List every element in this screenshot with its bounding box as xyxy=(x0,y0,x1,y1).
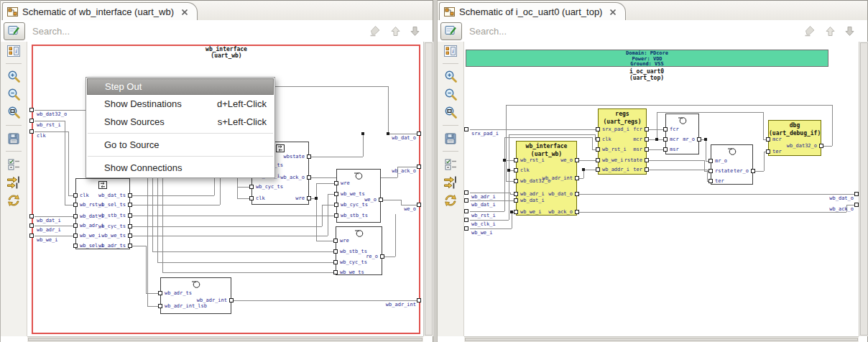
menu-item-label: Show Destinations xyxy=(104,98,182,109)
search-options-button[interactable] xyxy=(4,22,25,40)
port-stub xyxy=(464,218,468,222)
port-stub xyxy=(514,210,518,214)
edge-port-label: wb_rst_i xyxy=(37,122,61,128)
wire xyxy=(34,131,68,132)
wire-junction xyxy=(704,138,707,141)
vertical-scrollbar[interactable] xyxy=(859,42,868,336)
vertical-scrollbar[interactable] xyxy=(423,42,433,336)
port-label: wb_we_ts xyxy=(341,191,365,197)
edge-port-label: wb_dat_i xyxy=(471,202,496,208)
port-stub xyxy=(128,244,132,248)
port-stub xyxy=(333,239,338,243)
scrollbar-thumb[interactable] xyxy=(425,42,433,336)
wire xyxy=(397,167,419,167)
save-button[interactable] xyxy=(438,129,463,147)
port-stub xyxy=(819,144,823,148)
port-label: msr xyxy=(670,147,679,152)
port-stub xyxy=(708,159,713,163)
port-label: ter xyxy=(772,149,782,154)
wire xyxy=(162,171,163,272)
search-options-button[interactable] xyxy=(440,22,462,40)
schematic-icon xyxy=(444,7,455,17)
scrollbar-thumb[interactable] xyxy=(860,42,868,336)
port-stub xyxy=(514,198,518,203)
save-button[interactable] xyxy=(1,129,27,147)
port-stub xyxy=(380,254,384,259)
zoom-in-button[interactable] xyxy=(1,68,27,86)
zoom-out-button[interactable] xyxy=(1,86,27,103)
wire xyxy=(381,200,401,200)
zoom-out-button[interactable] xyxy=(438,86,463,103)
edge-port-label: we_o xyxy=(404,206,416,212)
menu-separator xyxy=(88,133,273,134)
port-stub xyxy=(575,192,579,196)
zoom-in-button[interactable] xyxy=(438,68,463,86)
clear-highlights-icon[interactable] xyxy=(369,25,381,37)
port-label: wre xyxy=(254,195,305,201)
search-previous-icon[interactable] xyxy=(391,26,400,37)
menu-item-step-out[interactable]: Step Out xyxy=(87,78,274,95)
options-button[interactable] xyxy=(1,155,27,173)
search-input[interactable] xyxy=(468,25,803,37)
wire xyxy=(274,86,388,87)
search-bar xyxy=(438,20,867,42)
power-domain-banner: Domain: PDcorePower: VDDGround: VSS xyxy=(466,50,828,67)
menu-item-shortcut: d+Left-Click xyxy=(217,98,267,109)
close-icon[interactable] xyxy=(181,9,188,16)
port-stub xyxy=(514,158,518,162)
step-into-button[interactable] xyxy=(438,173,463,191)
scrollbar-thumb[interactable] xyxy=(465,338,858,341)
scrollbar-thumb[interactable] xyxy=(28,338,423,341)
wire xyxy=(130,246,146,246)
search-previous-icon[interactable] xyxy=(826,26,835,37)
tab-title: Schematic of wb_interface (uart_wb) xyxy=(22,6,174,17)
block-title: (uart_debug_if) xyxy=(769,130,821,137)
port-stub xyxy=(128,193,132,198)
wire xyxy=(322,205,323,226)
zoom-fit-button[interactable] xyxy=(438,103,463,121)
port-stub xyxy=(464,190,468,195)
menu-item-show-connections[interactable]: Show Connections xyxy=(87,159,274,177)
horizontal-scrollbar[interactable] xyxy=(464,336,859,342)
schematic-canvas[interactable]: Domain: PDcorePower: VDDGround: VSSi_oc_… xyxy=(464,42,859,336)
clear-highlights-icon[interactable] xyxy=(803,25,816,37)
port-stub xyxy=(249,196,254,200)
wire xyxy=(130,195,214,196)
menu-item-label: Step Out xyxy=(105,81,142,92)
port-label: wb_adr_int xyxy=(177,297,227,303)
options-button[interactable] xyxy=(438,155,463,173)
wire xyxy=(130,236,328,236)
refresh-button[interactable] xyxy=(1,191,27,209)
refresh-button[interactable] xyxy=(438,191,463,209)
search-next-icon[interactable] xyxy=(410,26,420,37)
horizontal-scrollbar[interactable] xyxy=(27,336,423,342)
edge-port-label: wb_dat_i xyxy=(37,218,61,223)
properties-button[interactable]: i xyxy=(438,42,463,60)
wire xyxy=(231,300,419,301)
menu-item-show-sources[interactable]: Show Sourcess+Left-Click xyxy=(87,113,274,131)
tab-schematic-i-oc-uart0[interactable]: Schematic of i_oc_uart0 (uart_top) xyxy=(439,2,626,21)
wire xyxy=(506,105,832,106)
port-label: wb_dat_o xyxy=(522,191,573,197)
edge-port-label: wb_dat_o xyxy=(392,135,416,141)
menu-item-show-destinations[interactable]: Show Destinationsd+Left-Click xyxy=(87,95,274,113)
wire xyxy=(130,226,322,227)
search-input[interactable] xyxy=(31,25,369,37)
step-into-button[interactable] xyxy=(1,173,27,191)
port-stub xyxy=(464,209,468,213)
properties-button[interactable]: i xyxy=(1,42,27,60)
search-next-icon[interactable] xyxy=(845,26,854,37)
close-icon[interactable] xyxy=(609,9,617,16)
block-title: (uart_wb) xyxy=(517,151,576,157)
wire xyxy=(316,198,317,241)
port-stub xyxy=(751,169,755,173)
process-icon xyxy=(353,170,364,183)
tab-schematic-wb-interface[interactable]: Schematic of wb_interface (uart_wb) xyxy=(2,2,198,21)
wire xyxy=(130,216,336,216)
port-stub xyxy=(29,108,34,112)
process-icon xyxy=(354,228,365,241)
port-stub xyxy=(307,196,311,200)
edge-port-label: wb_rst_i xyxy=(471,213,496,218)
menu-item-go-to-source[interactable]: Go to Source xyxy=(87,136,274,154)
zoom-fit-button[interactable] xyxy=(1,103,27,121)
